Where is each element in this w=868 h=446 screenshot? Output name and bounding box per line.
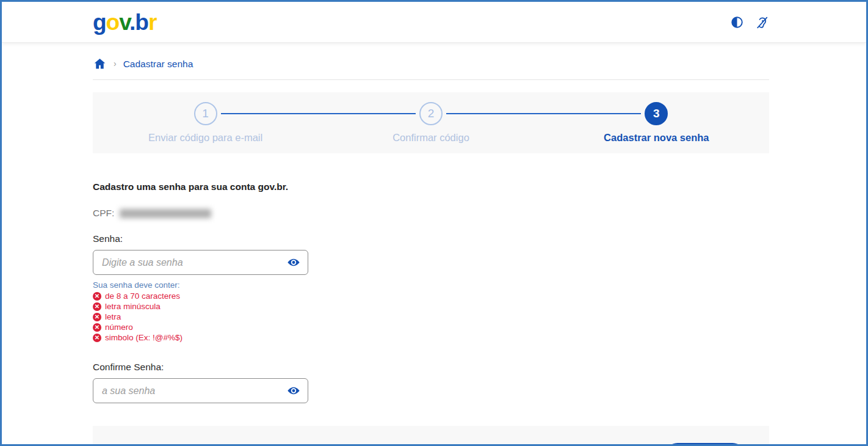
- requirement-number: ✕ número: [93, 322, 769, 332]
- requirement-letter: ✕ letra: [93, 312, 769, 322]
- password-field-wrap: [93, 250, 308, 275]
- breadcrumb: › Cadastrar senha: [93, 57, 769, 71]
- step-1-enviar-codigo: 1 Enviar código para e-mail: [93, 92, 318, 153]
- divider: [93, 79, 769, 80]
- step-1-circle: 1: [194, 102, 217, 125]
- step-2-circle: 2: [419, 102, 443, 125]
- logo-char: o: [106, 10, 120, 35]
- x-circle-icon: ✕: [93, 334, 101, 342]
- step-3-circle: 3: [645, 102, 668, 125]
- eye-icon: [286, 255, 301, 270]
- x-circle-icon: ✕: [93, 313, 101, 321]
- requirement-symbol: ✕ simbolo (Ex: !@#%$): [93, 332, 769, 343]
- cpf-row: CPF:: [93, 208, 769, 219]
- step-3-cadastrar-nova-senha: 3 Cadastrar nova senha: [544, 92, 769, 153]
- confirm-password-label: Confirme Senha:: [93, 362, 769, 373]
- govbr-header: gov.br: [2, 2, 866, 43]
- password-label: Senha:: [93, 233, 769, 244]
- breadcrumb-separator: ›: [114, 59, 117, 68]
- contrast-icon[interactable]: [729, 14, 745, 30]
- header-icons: [729, 14, 770, 30]
- x-circle-icon: ✕: [93, 292, 101, 301]
- breadcrumb-current[interactable]: Cadastrar senha: [123, 59, 193, 70]
- browser-viewport: gov.br: [0, 0, 868, 446]
- page-title: Cadastro uma senha para sua conta gov.br…: [93, 181, 769, 192]
- toggle-password-visibility-button[interactable]: [282, 250, 305, 275]
- logo-char: g: [93, 10, 106, 35]
- continue-button[interactable]: Continuar: [665, 443, 745, 446]
- password-requirements-title: Sua senha deve conter:: [93, 280, 769, 290]
- accessibility-icon[interactable]: [754, 14, 770, 30]
- logo-char: r: [148, 10, 156, 35]
- step-2-label: Confirmar código: [392, 132, 469, 144]
- requirement-length: ✕ de 8 a 70 caracteres: [93, 291, 769, 301]
- cpf-label: CPF:: [93, 208, 114, 219]
- home-icon[interactable]: [93, 57, 107, 71]
- form-action-bar: Voltar ao início Continuar: [93, 426, 769, 446]
- password-requirements-list: ✕ de 8 a 70 caracteres ✕ letra minúscula…: [93, 291, 769, 343]
- step-2-confirmar-codigo: 2 Confirmar código: [318, 92, 543, 153]
- step-1-label: Enviar código para e-mail: [148, 132, 262, 144]
- eye-icon: [286, 384, 301, 398]
- logo-char: v: [119, 10, 129, 35]
- confirm-password-field-wrap: [93, 378, 308, 403]
- requirement-lowercase: ✕ letra minúscula: [93, 301, 769, 312]
- x-circle-icon: ✕: [93, 302, 101, 311]
- cpf-value-redacted: [120, 209, 211, 218]
- step-indicator: 1 Enviar código para e-mail 2 Confirmar …: [93, 92, 769, 153]
- confirm-password-input[interactable]: [93, 378, 308, 403]
- password-input[interactable]: [93, 250, 308, 275]
- toggle-confirm-visibility-button[interactable]: [282, 378, 305, 403]
- govbr-logo[interactable]: gov.br: [93, 11, 156, 34]
- logo-char: .b: [129, 10, 148, 35]
- x-circle-icon: ✕: [93, 323, 101, 332]
- step-3-label: Cadastrar nova senha: [604, 132, 709, 144]
- back-to-start-link[interactable]: Voltar ao início: [128, 443, 196, 446]
